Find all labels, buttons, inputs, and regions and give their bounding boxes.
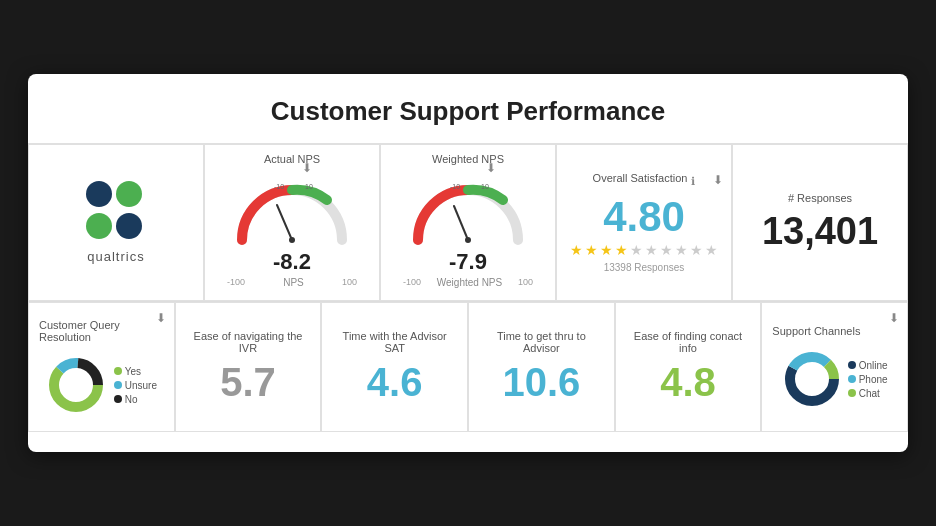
legend-no-dot (114, 395, 122, 403)
time-thru-title: Time to get thru to Advisor (479, 330, 604, 354)
ease-ivr-card: Ease of navigating the IVR 5.7 (175, 302, 322, 432)
support-channels-legend: Online Phone Chat (848, 360, 888, 399)
legend-online-dot (848, 361, 856, 369)
legend-unsure-label: Unsure (125, 380, 157, 391)
support-channels-card: Support Channels ⬇ Online (761, 302, 908, 432)
svg-text:10: 10 (481, 183, 489, 190)
legend-yes-dot (114, 367, 122, 375)
query-resolution-card: Customer Query Resolution ⬇ Yes (28, 302, 175, 432)
weighted-nps-value: -7.9 (449, 249, 487, 275)
svg-text:10: 10 (305, 183, 313, 190)
actual-nps-range: -100 NPS 100 (227, 277, 357, 288)
weighted-nps-label: Weighted NPS (437, 277, 502, 288)
overall-sat-value: 4.80 (603, 196, 685, 238)
support-channels-donut (782, 349, 842, 409)
svg-text:-10: -10 (274, 183, 284, 190)
legend-phone-label: Phone (859, 374, 888, 385)
qualtrics-logo (86, 181, 146, 241)
weighted-nps-download[interactable]: ⬇ (486, 161, 496, 175)
dashboard-title: Customer Support Performance (28, 74, 908, 144)
legend-yes: Yes (114, 366, 157, 377)
support-channels-download[interactable]: ⬇ (889, 311, 899, 325)
bottom-grid: Customer Query Resolution ⬇ Yes (28, 302, 908, 432)
legend-online: Online (848, 360, 888, 371)
ease-ivr-value: 5.7 (220, 360, 276, 405)
logo-circle-2 (116, 181, 142, 207)
legend-online-label: Online (859, 360, 888, 371)
svg-point-11 (61, 370, 91, 400)
weighted-nps-gauge: -10 10 (403, 175, 533, 247)
legend-chat-dot (848, 389, 856, 397)
time-advisor-card: Time with the Advisor SAT 4.6 (321, 302, 468, 432)
qualtrics-card: qualtrics (28, 144, 204, 301)
star-5: ★ (630, 242, 643, 258)
qualtrics-brand: qualtrics (87, 249, 144, 264)
overall-sat-download[interactable]: ⬇ (713, 173, 723, 187)
legend-phone-dot (848, 375, 856, 383)
svg-point-15 (797, 364, 827, 394)
responses-card: # Responses 13,401 (732, 144, 908, 301)
logo-circle-1 (86, 181, 112, 207)
top-grid: qualtrics Actual NPS ⬇ -10 10 (28, 144, 908, 302)
dashboard: Customer Support Performance qualtrics A… (28, 74, 908, 452)
star-7: ★ (660, 242, 673, 258)
time-advisor-value: 4.6 (367, 360, 423, 405)
star-1: ★ (570, 242, 583, 258)
weighted-nps-range: -100 Weighted NPS 100 (403, 277, 533, 288)
weighted-nps-min: -100 (403, 277, 421, 288)
legend-unsure: Unsure (114, 380, 157, 391)
time-advisor-title: Time with the Advisor SAT (332, 330, 457, 354)
legend-no-label: No (125, 394, 138, 405)
svg-point-1 (289, 237, 295, 243)
star-4: ★ (615, 242, 628, 258)
svg-text:-10: -10 (450, 183, 460, 190)
legend-chat-label: Chat (859, 388, 880, 399)
legend-unsure-dot (114, 381, 122, 389)
actual-nps-max: 100 (342, 277, 357, 288)
star-6: ★ (645, 242, 658, 258)
overall-sat-title: Overall Satisfaction (593, 172, 688, 184)
weighted-nps-max: 100 (518, 277, 533, 288)
overall-sat-info[interactable]: ℹ (691, 175, 695, 188)
weighted-nps-card: Weighted NPS ⬇ -10 10 -7.9 -100 Weighted… (380, 144, 556, 301)
actual-nps-download[interactable]: ⬇ (302, 161, 312, 175)
support-channels-donut-wrapper: Online Phone Chat (782, 349, 888, 409)
actual-nps-min: -100 (227, 277, 245, 288)
svg-line-4 (454, 206, 468, 240)
logo-circle-3 (86, 213, 112, 239)
stars-row: ★ ★ ★ ★ ★ ★ ★ ★ ★ ★ (570, 242, 718, 258)
actual-nps-value: -8.2 (273, 249, 311, 275)
query-resolution-donut (46, 355, 106, 415)
ease-contact-card: Ease of finding conact info 4.8 (615, 302, 762, 432)
legend-yes-label: Yes (125, 366, 141, 377)
query-resolution-title: Customer Query Resolution (39, 319, 164, 343)
actual-nps-card: Actual NPS ⬇ -10 10 -8.2 -100 (204, 144, 380, 301)
star-3: ★ (600, 242, 613, 258)
actual-nps-label: NPS (283, 277, 304, 288)
svg-line-0 (277, 205, 292, 240)
svg-point-5 (465, 237, 471, 243)
ease-contact-title: Ease of finding conact info (626, 330, 751, 354)
time-thru-card: Time to get thru to Advisor 10.6 (468, 302, 615, 432)
responses-title: # Responses (788, 192, 852, 204)
star-8: ★ (675, 242, 688, 258)
overall-sat-responses: 13398 Responses (604, 262, 685, 273)
query-resolution-legend: Yes Unsure No (114, 366, 157, 405)
responses-value: 13,401 (762, 210, 878, 253)
time-thru-value: 10.6 (502, 360, 580, 405)
star-2: ★ (585, 242, 598, 258)
support-channels-title: Support Channels (772, 325, 860, 337)
legend-phone: Phone (848, 374, 888, 385)
legend-chat: Chat (848, 388, 888, 399)
actual-nps-gauge: -10 10 (227, 175, 357, 247)
logo-circle-4 (116, 213, 142, 239)
query-resolution-download[interactable]: ⬇ (156, 311, 166, 325)
query-resolution-donut-wrapper: Yes Unsure No (46, 355, 157, 415)
star-10: ★ (705, 242, 718, 258)
ease-ivr-title: Ease of navigating the IVR (186, 330, 311, 354)
legend-no: No (114, 394, 157, 405)
ease-contact-value: 4.8 (660, 360, 716, 405)
star-9: ★ (690, 242, 703, 258)
overall-satisfaction-card: Overall Satisfaction ℹ 4.80 ★ ★ ★ ★ ★ ★ … (556, 144, 732, 301)
